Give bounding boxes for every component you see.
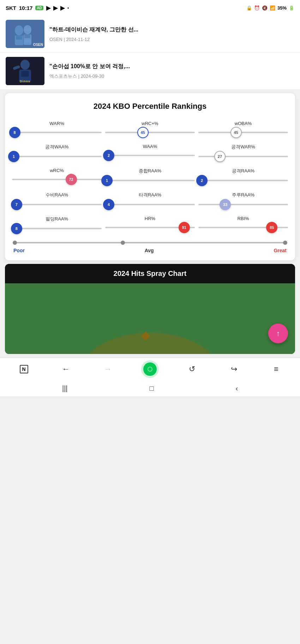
news-meta-2: 엑스포츠뉴스 | 2024-09-30	[49, 73, 294, 79]
slider-thumb-타격RAA%: 4	[103, 199, 114, 210]
metrics-grid: WAR%8wRC+%45wOBA%45공격WAA%1WAA%2공격WAR%27w…	[12, 121, 288, 233]
metric-item-wOBA%: wOBA%45	[198, 121, 288, 137]
scroll-up-fab[interactable]: ↑	[268, 324, 288, 343]
slider-WAA%: 2	[105, 151, 195, 160]
nav-share-icon: ↪	[231, 365, 237, 374]
metric-item-필딩RAA%: 필딩RAA%8	[12, 216, 102, 233]
slider-thumb-공격WAA%: 1	[8, 151, 19, 162]
spray-chart-title: 2024 Hits Spray Chart	[5, 264, 295, 283]
slider-track-필딩RAA%: 8	[12, 228, 102, 229]
sys-nav-home[interactable]: □	[149, 384, 154, 392]
legend-avg-label: Avg	[145, 248, 154, 253]
nav-share-button[interactable]: ↪	[225, 361, 243, 377]
news-source-1: OSEN	[49, 37, 62, 42]
slider-track-공격RAA%: 2	[198, 180, 288, 181]
slider-wRC%: 72	[12, 175, 102, 184]
battery-icon: 🔋	[289, 5, 294, 11]
slider-thumb-wRC+%: 45	[137, 127, 149, 138]
slider-track-타격RAA%: 4	[105, 204, 195, 205]
metric-label-타격RAA%: 타격RAA%	[139, 192, 161, 198]
slider-track-wRC%: 72	[12, 179, 102, 180]
time-text: 10:17	[19, 5, 32, 11]
news-image-1: OSEN	[6, 20, 44, 48]
metric-item-WAR%: WAR%8	[12, 121, 102, 137]
sys-nav-recents[interactable]: ‹	[235, 384, 238, 392]
nav-home-button[interactable]	[141, 361, 159, 377]
slider-thumb-WAA%: 2	[103, 150, 114, 161]
news-section: OSEN "하트-데이비슨 재계약, 그만한 선... OSEN | 2024-…	[0, 16, 300, 90]
metric-label-wOBA%: wOBA%	[235, 121, 252, 126]
metric-label-WAA%: WAA%	[143, 144, 157, 149]
news-title-2: "손아섭 100%로 안 보여 걱정,...	[49, 63, 294, 70]
metric-label-공격RAA%: 공격RAA%	[232, 168, 254, 174]
nav-refresh-button[interactable]: ↺	[183, 361, 201, 377]
nav-back-button[interactable]: ←	[57, 361, 75, 377]
slider-HR%: 91	[105, 223, 195, 232]
news-item-2[interactable]: Dinos "손아섭 100%로 안 보여 걱정,... 엑스포츠뉴스 | 20…	[0, 53, 300, 90]
status-right: 🔒 ⏰ 🔇 📶 35% 🔋	[246, 5, 294, 11]
metric-label-WAR%: WAR%	[49, 121, 64, 126]
metric-item-종합RAA%: 종합RAA%1	[105, 168, 195, 185]
metric-label-공격WAA%: 공격WAA%	[45, 144, 69, 150]
slider-track-공격WAR%: 27	[198, 156, 288, 157]
slider-WAR%: 8	[12, 128, 102, 137]
slider-track-WAA%: 2	[105, 155, 195, 156]
slider-track-수비RAA%: 7	[12, 204, 102, 205]
nav-forward-button[interactable]: →	[99, 361, 117, 377]
nav-n-button[interactable]: N	[15, 361, 33, 377]
slider-공격WAR%: 27	[198, 152, 288, 161]
slider-thumb-WAR%: 8	[9, 127, 20, 138]
dinos-watermark: Dinos	[20, 79, 30, 83]
slider-track-주루RAA%: 33	[198, 204, 288, 205]
metric-label-수비RAA%: 수비RAA%	[46, 192, 68, 198]
scroll-up-arrow: ↑	[276, 329, 280, 338]
metric-label-필딩RAA%: 필딩RAA%	[46, 216, 68, 222]
carrier-text: SKT	[6, 5, 16, 11]
metric-item-공격WAA%: 공격WAA%1	[12, 144, 102, 161]
ad-icon: AD	[35, 6, 43, 10]
slider-thumb-공격RAA%: 2	[196, 175, 208, 186]
status-bar: SKT 10:17 AD ▶ ▶ ▶ ● 🔒 ⏰ 🔇 📶 35% 🔋	[0, 0, 300, 16]
news-thumb-1: OSEN	[6, 20, 44, 48]
osen-watermark: OSEN	[33, 43, 43, 47]
metric-item-공격RAA%: 공격RAA%2	[198, 168, 288, 185]
youtube-icon: ▶	[46, 5, 50, 11]
metric-item-wRC%: wRC%72	[12, 168, 102, 185]
slider-RBI%: 85	[198, 223, 288, 232]
metric-label-wRC+%: wRC+%	[142, 121, 158, 126]
nav-menu-icon: ≡	[274, 365, 278, 374]
news-item-1[interactable]: OSEN "하트-데이비슨 재계약, 그만한 선... OSEN | 2024-…	[0, 16, 300, 53]
slider-필딩RAA%: 8	[12, 224, 102, 233]
slider-track-RBI%: 85	[198, 227, 288, 228]
slider-thumb-주루RAA%: 33	[220, 199, 231, 210]
bottom-nav: N ← → ↺ ↪ ≡	[0, 358, 300, 380]
slider-타격RAA%: 4	[105, 200, 195, 209]
slider-주루RAA%: 33	[198, 200, 288, 209]
nav-home-icon	[143, 362, 157, 376]
rankings-card: 2024 KBO Percentile Rankings WAR%8wRC+%4…	[5, 93, 295, 260]
spray-chart-section: 2024 Hits Spray Chart ↑	[5, 264, 295, 354]
mute-icon: 🔇	[262, 5, 268, 11]
slider-종합RAA%: 1	[105, 176, 195, 185]
metric-item-타격RAA%: 타격RAA%4	[105, 192, 195, 209]
slider-thumb-수비RAA%: 7	[11, 199, 22, 210]
dot-icon: ●	[67, 6, 69, 10]
slider-wOBA%: 45	[198, 128, 288, 137]
metric-label-종합RAA%: 종합RAA%	[139, 168, 161, 174]
news-image-2: Dinos	[6, 57, 44, 85]
slider-track-wOBA%: 45	[198, 132, 288, 133]
slider-track-종합RAA%: 1	[105, 180, 195, 181]
metric-label-RBI%: RBI%	[237, 216, 249, 221]
news-title-1: "하트-데이비슨 재계약, 그만한 선...	[49, 26, 294, 34]
system-nav: ||| □ ‹	[0, 380, 300, 396]
svg-point-8	[20, 60, 30, 70]
metric-item-주루RAA%: 주루RAA%33	[198, 192, 288, 209]
nav-menu-button[interactable]: ≡	[267, 361, 285, 377]
metric-label-HR%: HR%	[145, 216, 155, 221]
slider-thumb-종합RAA%: 1	[101, 175, 113, 186]
slider-track-HR%: 91	[105, 227, 195, 228]
sys-nav-back[interactable]: |||	[62, 384, 68, 392]
slider-thumb-wRC%: 72	[66, 174, 77, 185]
rankings-title: 2024 KBO Percentile Rankings	[12, 102, 288, 111]
youtube-icon-2: ▶	[53, 5, 58, 11]
